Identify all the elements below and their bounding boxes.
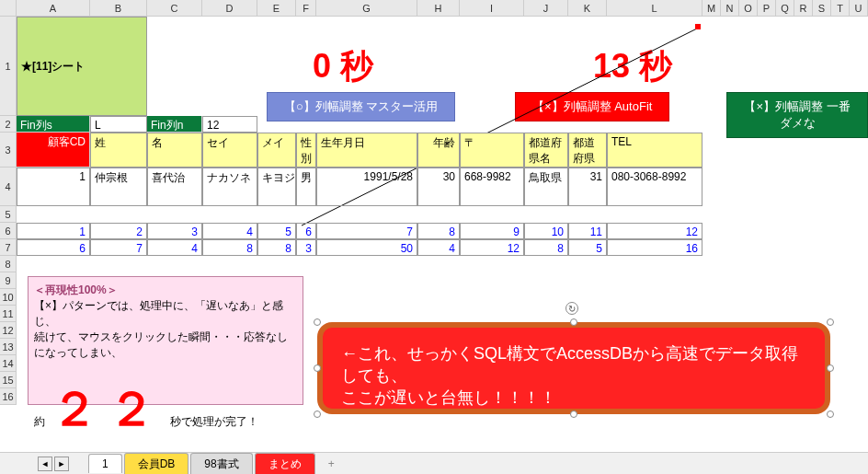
- tab-summary[interactable]: まとめ: [255, 453, 315, 475]
- data-cell[interactable]: 31: [568, 168, 607, 206]
- hdr-customer-cd[interactable]: 顧客CD: [17, 133, 90, 168]
- resize-handle[interactable]: [314, 364, 321, 372]
- resize-handle[interactable]: [570, 318, 577, 326]
- cell[interactable]: 5: [568, 239, 607, 256]
- sheet-tabs: ◄ ► 1 会員DB 98書式 まとめ +: [0, 452, 868, 474]
- cell[interactable]: 3: [147, 223, 202, 239]
- callout-box[interactable]: ←これ、せっかくSQL構文でAccessDBから高速でデータ取得しても、 ここが…: [317, 322, 830, 414]
- pink-note-box: ＜再現性100%＞ 【×】パターンでは、処理中に、「遅いなあ」と感じ、 続けて、…: [28, 276, 303, 405]
- cell[interactable]: L: [90, 116, 147, 133]
- resize-handle[interactable]: [827, 410, 834, 418]
- cell[interactable]: 8: [257, 239, 296, 256]
- cell[interactable]: 12: [202, 116, 257, 133]
- timer-13sec: 13 秒: [593, 44, 672, 89]
- resize-handle[interactable]: [827, 318, 834, 326]
- btn-colwidth-autofit[interactable]: 【×】列幅調整 AutoFit: [515, 92, 669, 121]
- hdr-sei[interactable]: セイ: [202, 133, 257, 168]
- hdr-lastname[interactable]: 姓: [90, 133, 147, 168]
- hdr-firstname[interactable]: 名: [147, 133, 202, 168]
- resize-handle[interactable]: [570, 410, 577, 418]
- cell[interactable]: 50: [316, 239, 417, 256]
- timer-0sec: 0 秒: [313, 44, 373, 89]
- cell[interactable]: 4: [147, 239, 202, 256]
- hdr-birthdate[interactable]: 生年月日: [316, 133, 417, 168]
- cell[interactable]: 3: [296, 239, 316, 256]
- cell[interactable]: 4: [202, 223, 257, 239]
- cell[interactable]: 6: [296, 223, 316, 239]
- resize-handle[interactable]: [827, 364, 834, 372]
- data-cell[interactable]: 30: [417, 168, 460, 206]
- cell[interactable]: 16: [607, 239, 702, 256]
- cell-fin-col-s[interactable]: Fin列s: [17, 116, 90, 133]
- cell[interactable]: 8: [524, 239, 568, 256]
- cell[interactable]: 6: [17, 239, 90, 256]
- data-cell[interactable]: 080-3068-8992: [607, 168, 702, 206]
- cell[interactable]: 10: [524, 223, 568, 239]
- cell[interactable]: 8: [417, 223, 460, 239]
- rotate-handle-icon[interactable]: ↻: [565, 302, 578, 315]
- cell[interactable]: 5: [257, 223, 296, 239]
- cell[interactable]: 2: [90, 223, 147, 239]
- hdr-age[interactable]: 年齢: [417, 133, 460, 168]
- cell[interactable]: 12: [460, 239, 524, 256]
- tab-98format[interactable]: 98書式: [190, 453, 252, 475]
- hdr-postal[interactable]: 〒: [460, 133, 524, 168]
- hdr-gender[interactable]: 性別: [296, 133, 316, 168]
- tab-1[interactable]: 1: [88, 454, 122, 473]
- data-cell[interactable]: 男: [296, 168, 316, 206]
- cell[interactable]: 12: [607, 223, 702, 239]
- cell[interactable]: 1: [17, 223, 90, 239]
- tab-scroll-left-icon[interactable]: ◄: [38, 457, 52, 471]
- resize-handle[interactable]: [314, 318, 321, 326]
- btn-colwidth-worst[interactable]: 【×】列幅調整 一番ダメな: [726, 92, 868, 138]
- new-sheet-icon[interactable]: +: [317, 457, 346, 470]
- data-cell[interactable]: 1: [17, 168, 90, 206]
- tab-scroll-right-icon[interactable]: ►: [54, 457, 69, 471]
- data-cell[interactable]: 喜代治: [147, 168, 202, 206]
- tab-member-db[interactable]: 会員DB: [124, 453, 189, 475]
- hdr-mei[interactable]: メイ: [257, 133, 296, 168]
- cell[interactable]: 9: [460, 223, 524, 239]
- hdr-tel[interactable]: TEL: [607, 133, 702, 168]
- cell[interactable]: 11: [568, 223, 607, 239]
- hdr-pref-cd[interactable]: 都道府県CD: [568, 133, 607, 168]
- data-cell[interactable]: 1991/5/28: [316, 168, 417, 206]
- row-headers[interactable]: 1 2 3 4 5 6 7 8 9 10 11 12 13 14 15 16: [0, 17, 17, 405]
- btn-colwidth-master[interactable]: 【○】列幅調整 マスター活用: [267, 92, 455, 121]
- cell[interactable]: 4: [417, 239, 460, 256]
- cell[interactable]: 7: [90, 239, 147, 256]
- data-cell[interactable]: 鳥取県: [524, 168, 568, 206]
- data-cell[interactable]: 仲宗根: [90, 168, 147, 206]
- svg-rect-1: [695, 24, 701, 29]
- resize-handle[interactable]: [314, 410, 321, 418]
- cell[interactable]: 8: [202, 239, 257, 256]
- data-cell[interactable]: ナカソネ: [202, 168, 257, 206]
- cell[interactable]: 7: [316, 223, 417, 239]
- sheet-title-cell[interactable]: ★[11]シート: [17, 17, 147, 116]
- hdr-pref-name[interactable]: 都道府県名: [524, 133, 568, 168]
- column-headers[interactable]: A B C D E F G H I J K L M N O P Q R S T …: [0, 0, 868, 17]
- cell-fin-col-n[interactable]: Fin列n: [147, 116, 202, 133]
- data-cell[interactable]: 668-9982: [460, 168, 524, 206]
- data-cell[interactable]: キヨジ: [257, 168, 296, 206]
